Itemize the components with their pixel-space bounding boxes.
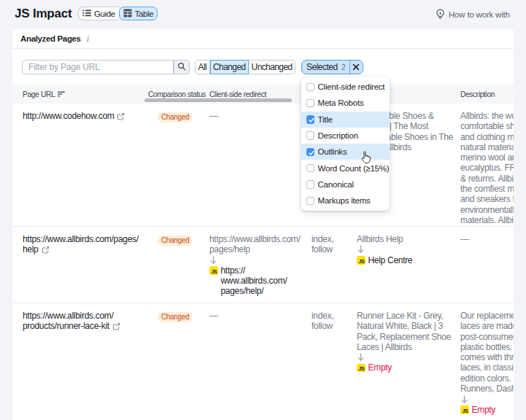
checkbox-checked[interactable] xyxy=(306,148,315,157)
dropdown-item-title[interactable]: Title xyxy=(301,112,390,128)
value-line: Allbirds Help xyxy=(357,234,412,244)
dropdown-item-label: Markups items xyxy=(318,196,371,205)
external-link-icon[interactable] xyxy=(42,246,50,256)
page-url-line: https://www.allbirds.com/pages/ xyxy=(23,234,139,244)
mouse-cursor-pointer xyxy=(361,151,371,167)
filter-columns-dropdown: Client-side redirectMeta RobotsTitleDesc… xyxy=(301,77,390,211)
checkbox-unchecked[interactable] xyxy=(306,164,315,173)
dropdown-item-word-count-15-[interactable]: Word Count (≥15%) xyxy=(301,160,390,176)
table-icon xyxy=(123,9,132,19)
view-toggle: Guide Table xyxy=(78,7,158,20)
search-button[interactable] xyxy=(174,60,190,74)
dropdown-item-label: Outlinks xyxy=(318,147,347,156)
value-line: www.allbirds.com/ xyxy=(221,276,301,286)
panel-header: Analyzed Pages i xyxy=(12,29,514,49)
checkbox-unchecked[interactable] xyxy=(306,131,315,140)
table-row: http://www.codehow.comChanged—Sustainabl… xyxy=(12,104,514,227)
value-line: post-consumer, xyxy=(460,332,514,342)
value-line: eucalyptus. FREE shipping xyxy=(460,163,514,173)
dropdown-item-markups-items[interactable]: Markups items xyxy=(301,192,390,209)
value-line: the comfiest merino shoes xyxy=(460,184,514,194)
value-line: Help Centre xyxy=(368,255,413,265)
column-header-label: Client-side redirect xyxy=(209,90,266,98)
status-filter-group: AllChangedUnchanged xyxy=(195,60,295,74)
analyzed-pages-panel: Analyzed Pages i AllChangedUnchanged Sel… xyxy=(12,29,514,420)
checkbox-unchecked[interactable] xyxy=(306,197,315,206)
page-title: JS Impact xyxy=(15,7,72,21)
table-toggle-button[interactable]: Table xyxy=(119,7,158,20)
status-filter-changed[interactable]: Changed xyxy=(210,60,250,74)
js-badge-label: JS xyxy=(212,269,218,275)
selected-filters-label: Selected xyxy=(302,62,338,72)
js-rendered-icon: JS xyxy=(209,266,218,275)
js-rendered-value: JSEmpty xyxy=(460,405,514,415)
lightbulb-icon xyxy=(436,9,445,20)
dropdown-item-canonical[interactable]: Canonical xyxy=(301,176,390,192)
value-line: materials. Allbirds. xyxy=(460,215,514,225)
list-icon xyxy=(82,9,91,19)
column-header-label: Comparison status xyxy=(148,90,206,98)
guide-toggle-button[interactable]: Guide xyxy=(78,7,119,20)
how-to-work-with-link[interactable]: How to work with xyxy=(436,9,510,20)
js-badge-label: JS xyxy=(463,408,469,414)
value-line: pages/help/ xyxy=(221,286,301,296)
js-rendered-value: JSEmpty xyxy=(357,362,451,373)
column-header-page-url[interactable]: Page URL xyxy=(23,85,66,104)
value-line: Laces | Allbirds xyxy=(357,342,451,352)
external-link-icon[interactable] xyxy=(112,322,120,332)
no-value-dash: — xyxy=(209,311,218,321)
value-line: follow xyxy=(312,321,333,331)
value-line: laces are made from xyxy=(460,321,514,331)
value-line: pages/help xyxy=(209,244,301,254)
comparison-status-cell: Changed xyxy=(158,311,193,322)
page-url-line: https://www.allbirds.com/ xyxy=(23,311,120,321)
value-line: merino wool and xyxy=(460,152,514,163)
value-line: Allbirds: the world's most xyxy=(460,111,514,121)
dropdown-item-client-side-redirect[interactable]: Client-side redirect xyxy=(301,79,390,95)
comparison-status-cell: Changed xyxy=(158,112,193,122)
column-header-description[interactable]: Description xyxy=(460,85,495,104)
value-line: Empty xyxy=(368,362,451,373)
dropdown-item-outlinks[interactable]: Outlinks xyxy=(301,144,390,160)
panel-title: Analyzed Pages xyxy=(20,34,81,43)
selected-filters-chip[interactable]: Selected 2 xyxy=(301,60,363,74)
client-side-redirect-cell: — xyxy=(209,311,218,321)
change-arrow-down-icon xyxy=(357,244,412,254)
title-cell: Runner Lace Kit - Grey,Natural White, Bl… xyxy=(357,311,451,373)
js-rendered-value: JShttps://www.allbirds.com/pages/help/ xyxy=(209,265,301,297)
comparison-status-cell: Changed xyxy=(158,235,193,246)
column-header-label: Description xyxy=(460,90,495,98)
changed-status-badge: Changed xyxy=(158,112,193,122)
checkbox-unchecked[interactable] xyxy=(306,180,315,189)
value-line: https:// xyxy=(221,265,301,276)
dropdown-item-label: Client-side redirect xyxy=(318,82,385,91)
change-arrow-down-icon xyxy=(357,352,451,362)
external-link-icon[interactable] xyxy=(117,112,125,122)
js-rendered-value: JSHelp Centre xyxy=(357,255,412,265)
dropdown-item-meta-robots[interactable]: Meta Robots xyxy=(301,95,390,111)
value-line: edition colors. Fits Wool xyxy=(460,373,514,384)
title-cell: Allbirds HelpJSHelp Centre xyxy=(357,234,412,265)
dropdown-item-description[interactable]: Description xyxy=(301,128,390,144)
search-icon xyxy=(177,62,186,73)
meta-robots-cell: index,follow xyxy=(312,234,333,255)
value-line: natural materials like xyxy=(460,142,514,152)
checkbox-unchecked[interactable] xyxy=(306,83,315,92)
value-line: Empty xyxy=(472,405,514,415)
value-line: index, xyxy=(312,311,333,321)
page-url-line: products/runner-lace-kit xyxy=(23,321,120,331)
client-side-redirect-cell: — xyxy=(209,111,218,121)
table-row: https://www.allbirds.com/products/runner… xyxy=(12,303,514,420)
clear-filters-button[interactable] xyxy=(350,61,363,74)
page-url-line: help xyxy=(23,244,139,254)
status-filter-all[interactable]: All xyxy=(195,60,210,74)
checkbox-unchecked[interactable] xyxy=(306,99,315,108)
info-icon[interactable]: i xyxy=(86,34,89,44)
checkbox-checked[interactable] xyxy=(306,115,315,124)
horizontal-scrollbar-thumb[interactable] xyxy=(144,98,292,102)
page-url-filter-input[interactable] xyxy=(22,60,174,74)
status-filter-unchanged[interactable]: Unchanged xyxy=(249,60,295,74)
sort-icon[interactable] xyxy=(58,91,66,97)
value-line: Natural White, Black | 3 xyxy=(357,321,451,331)
value-line: environmentally-friendly xyxy=(460,205,514,215)
